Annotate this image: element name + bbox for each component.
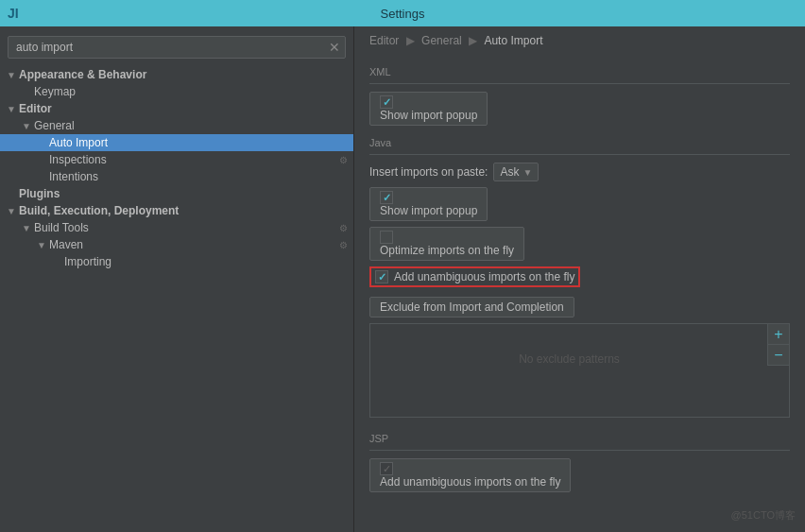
- tree-arrow-build-tools: ▼: [19, 223, 34, 233]
- exclude-section: Exclude from Import and Completion: [369, 297, 790, 317]
- java-section-title: Java: [369, 137, 790, 148]
- add-unambiguous-label: Add unambiguous imports on the fly: [394, 270, 574, 283]
- sidebar-item-inspections[interactable]: Inspections ⚙: [0, 151, 353, 168]
- tree-arrow: ▼: [4, 70, 19, 80]
- sidebar-label-build-tools: Build Tools: [34, 221, 339, 234]
- java-section: Java Insert imports on paste: Ask ▼ Show…: [369, 137, 790, 418]
- app-logo: JI: [8, 6, 19, 21]
- tree-arrow-general: ▼: [19, 121, 34, 131]
- xml-show-import-row: Show import popup: [369, 92, 790, 126]
- sidebar-item-build[interactable]: ▼ Build, Execution, Deployment: [0, 202, 353, 219]
- optimize-imports-checkbox[interactable]: [380, 231, 393, 244]
- breadcrumb: Editor ▶ General ▶ Auto Import: [354, 26, 805, 55]
- remove-exclude-button[interactable]: −: [768, 345, 789, 366]
- jsp-divider: [369, 450, 790, 451]
- exclude-empty-message: No exclude patterns: [370, 324, 768, 394]
- sidebar-item-build-tools[interactable]: ▼ Build Tools ⚙: [0, 219, 353, 236]
- sidebar-label-plugins: Plugins: [19, 187, 353, 200]
- java-divider: [369, 154, 790, 155]
- insert-imports-row: Insert imports on paste: Ask ▼: [369, 163, 790, 181]
- insert-imports-value: Ask: [500, 165, 519, 179]
- xml-section: XML Show import popup: [369, 66, 790, 126]
- xml-show-import-label: Show import popup: [380, 109, 477, 122]
- breadcrumb-sep-2: ▶: [469, 34, 480, 47]
- tree-arrow-maven: ▼: [34, 240, 49, 250]
- sidebar-item-plugins[interactable]: Plugins: [0, 185, 353, 202]
- optimize-imports-label: Optimize imports on the fly: [380, 244, 514, 257]
- sidebar-item-appearance[interactable]: ▼ Appearance & Behavior: [0, 66, 353, 83]
- sidebar-label-keymap: Keymap: [34, 85, 353, 98]
- optimize-imports-row: Optimize imports on the fly: [369, 227, 790, 261]
- optimize-imports-btn[interactable]: Optimize imports on the fly: [369, 227, 524, 261]
- sidebar-label-importing: Importing: [64, 255, 353, 268]
- search-clear-icon[interactable]: ✕: [329, 40, 340, 55]
- tree-arrow-editor: ▼: [4, 104, 19, 114]
- settings-icon-maven: ⚙: [339, 240, 348, 250]
- exclude-toolbar: + −: [767, 324, 789, 366]
- jsp-add-unambiguous-row: Add unambiguous imports on the fly: [369, 458, 790, 492]
- breadcrumb-sep-1: ▶: [406, 34, 418, 47]
- search-bar: ✕: [8, 36, 346, 59]
- sidebar-label-intentions: Intentions: [49, 170, 353, 183]
- title-bar: JI Settings: [0, 0, 805, 26]
- content-panel: Editor ▶ General ▶ Auto Import XML Show …: [354, 26, 805, 532]
- tree-view: ▼ Appearance & Behavior Keymap ▼ Editor …: [0, 66, 353, 526]
- window-title: Settings: [381, 7, 425, 21]
- jsp-add-unambiguous-checkbox[interactable]: [380, 462, 393, 475]
- dropdown-arrow-icon: ▼: [522, 167, 532, 178]
- sidebar: ✕ ▼ Appearance & Behavior Keymap ▼ Edito…: [0, 26, 354, 532]
- java-show-import-popup-btn[interactable]: Show import popup: [369, 187, 488, 221]
- jsp-section: JSP Add unambiguous imports on the fly: [369, 433, 790, 492]
- sidebar-label-build: Build, Execution, Deployment: [19, 204, 353, 217]
- jsp-add-unambiguous-btn[interactable]: Add unambiguous imports on the fly: [369, 458, 571, 492]
- sidebar-item-importing[interactable]: Importing: [0, 253, 353, 270]
- jsp-add-unambiguous-label: Add unambiguous imports on the fly: [380, 475, 560, 489]
- content-body: XML Show import popup Java Insert import…: [354, 55, 805, 532]
- java-show-import-row: Show import popup: [369, 187, 790, 221]
- sidebar-item-general[interactable]: ▼ General: [0, 117, 353, 134]
- add-unambiguous-row: Add unambiguous imports on the fly: [369, 266, 790, 287]
- watermark: @51CTO博客: [731, 508, 796, 523]
- exclude-button[interactable]: Exclude from Import and Completion: [369, 297, 574, 317]
- sidebar-item-maven[interactable]: ▼ Maven ⚙: [0, 236, 353, 253]
- breadcrumb-part-general: General: [421, 34, 462, 47]
- sidebar-label-editor: Editor: [19, 102, 353, 115]
- sidebar-label-appearance: Appearance & Behavior: [19, 68, 353, 81]
- sidebar-item-auto-import[interactable]: Auto Import: [0, 134, 353, 151]
- sidebar-label-inspections: Inspections: [49, 153, 339, 166]
- breadcrumb-part-editor: Editor: [369, 34, 399, 47]
- main-layout: ✕ ▼ Appearance & Behavior Keymap ▼ Edito…: [0, 26, 805, 532]
- tree-arrow-build: ▼: [4, 206, 19, 216]
- xml-show-import-checkbox[interactable]: [380, 95, 393, 109]
- sidebar-label-auto-import: Auto Import: [49, 136, 353, 149]
- xml-show-import-popup-btn[interactable]: Show import popup: [369, 92, 488, 126]
- exclude-box: + − No exclude patterns: [369, 323, 790, 418]
- sidebar-item-editor[interactable]: ▼ Editor: [0, 100, 353, 117]
- java-show-import-checkbox[interactable]: [380, 191, 393, 204]
- sidebar-label-general: General: [34, 119, 353, 132]
- xml-divider: [369, 83, 790, 84]
- add-unambiguous-checkbox[interactable]: [375, 270, 388, 283]
- insert-imports-dropdown[interactable]: Ask ▼: [493, 163, 539, 181]
- settings-icon-inspections: ⚙: [339, 155, 348, 165]
- sidebar-item-keymap[interactable]: Keymap: [0, 83, 353, 100]
- breadcrumb-part-auto-import: Auto Import: [484, 34, 542, 47]
- add-exclude-button[interactable]: +: [768, 324, 789, 345]
- jsp-section-title: JSP: [369, 433, 790, 444]
- sidebar-label-maven: Maven: [49, 238, 339, 251]
- java-show-import-label: Show import popup: [380, 204, 477, 217]
- insert-imports-label: Insert imports on paste:: [369, 165, 488, 179]
- search-input[interactable]: [8, 36, 346, 59]
- sidebar-item-intentions[interactable]: Intentions: [0, 168, 353, 185]
- add-unambiguous-highlight-box: Add unambiguous imports on the fly: [369, 266, 580, 287]
- settings-icon-build-tools: ⚙: [339, 223, 348, 233]
- xml-section-title: XML: [369, 66, 790, 77]
